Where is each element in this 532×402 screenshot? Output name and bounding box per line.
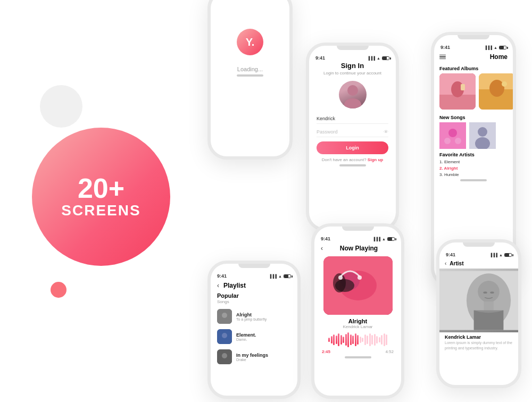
new-song-card-1[interactable] xyxy=(439,122,466,149)
wave-bar-12 xyxy=(357,335,359,345)
svg-point-26 xyxy=(444,138,451,144)
song-info-3: In my feelings Drake xyxy=(236,353,268,362)
album-card-1[interactable] xyxy=(439,73,476,110)
phone-notch-6 xyxy=(463,242,495,247)
favorite-artists-section: Favorite Artists 1. Element 2. Alright 3… xyxy=(434,152,513,177)
svg-point-36 xyxy=(490,291,494,294)
fav-artists-label: Favorite Artists xyxy=(439,152,508,157)
song-title-1: Alright xyxy=(236,312,267,317)
battery-icon xyxy=(382,56,389,60)
wave-bar-19 xyxy=(374,334,376,346)
home-bar xyxy=(237,74,263,77)
status-bar-5: 9:41 ▐▐▐ ▲ xyxy=(434,41,513,51)
song-info-1: Alright To a pimp butterfly xyxy=(236,312,267,321)
svg-point-22 xyxy=(489,80,504,97)
svg-point-3 xyxy=(222,313,227,318)
loading-text: Loading... xyxy=(211,66,289,72)
wave-bar-15 xyxy=(364,334,366,345)
featured-albums-list xyxy=(434,73,513,113)
artist-name: Kendrick Lamar xyxy=(439,332,518,340)
wifi-icon: ▲ xyxy=(377,56,380,60)
phone-notch-3 xyxy=(238,264,270,268)
wave-bar-14 xyxy=(362,338,363,342)
decorative-circle-large xyxy=(40,85,82,128)
song-item-1[interactable]: Alright To a pimp butterfly xyxy=(211,306,297,326)
wave-bar-17 xyxy=(369,333,371,346)
featured-albums-label: Featured Albums xyxy=(434,64,513,73)
thumb-art-1 xyxy=(217,309,232,324)
user-avatar xyxy=(339,81,367,108)
wave-bar-18 xyxy=(371,335,373,345)
artist-page-header: ‹ Artist xyxy=(439,258,518,269)
svg-point-14 xyxy=(358,275,362,280)
wave-bar-20 xyxy=(376,336,378,344)
new-songs-label: New Songs xyxy=(434,113,513,122)
username-field[interactable]: Kendrick xyxy=(317,114,388,124)
song-thumb-3 xyxy=(217,349,232,364)
fav-artist-1: 1. Element xyxy=(439,160,508,164)
signal-icon: ▐▐▐ xyxy=(367,56,375,60)
time-current: 2:45 xyxy=(322,349,330,354)
back-button-playlist[interactable]: ‹ xyxy=(217,282,219,289)
home-bar-5 xyxy=(460,179,487,181)
wave-bar-1 xyxy=(331,336,332,344)
wave-bar-10 xyxy=(352,336,354,344)
promo-number: 20+ xyxy=(78,174,124,202)
svg-point-27 xyxy=(455,138,461,144)
phone-notch-2 xyxy=(337,46,369,50)
menu-icon[interactable] xyxy=(439,55,446,60)
song-title-2: Element. xyxy=(236,332,256,338)
popular-section-title: Popular xyxy=(211,290,297,299)
home-title: Home xyxy=(490,53,508,61)
wave-bar-9 xyxy=(350,334,352,345)
nowplaying-song-artist: Kendrick Lamar xyxy=(314,324,401,329)
home-bar-4 xyxy=(345,356,371,358)
status-icons-5: ▐▐▐ ▲ xyxy=(484,46,506,49)
song-artist-3: Drake xyxy=(236,358,268,362)
album-art-svg xyxy=(323,256,393,315)
nowplaying-header: ‹ Now Playing xyxy=(314,242,401,253)
playlist-header: ‹ Playlist xyxy=(211,280,297,290)
back-button-artist[interactable]: ‹ xyxy=(445,261,446,266)
phone-notch-5 xyxy=(458,35,489,39)
svg-point-34 xyxy=(478,281,500,303)
wave-bar-24 xyxy=(386,334,387,345)
svg-point-13 xyxy=(338,275,343,280)
nowplaying-time: 2:45 4:52 xyxy=(314,349,401,354)
song-item-2[interactable]: Element. Damn. xyxy=(211,326,297,347)
battery-icon-4 xyxy=(387,237,395,241)
login-button[interactable]: Login xyxy=(317,141,388,154)
phone-artist-screen: 9:41 ▐▐▐ ▲ ‹ Artist xyxy=(436,239,521,388)
status-icons-2: ▐▐▐ ▲ xyxy=(367,56,389,60)
phone-loading-screen: Y. Loading... xyxy=(207,0,293,160)
thumb-art-2 xyxy=(217,329,232,344)
album-card-2[interactable] xyxy=(479,73,513,110)
popular-section-sub: Songs xyxy=(211,299,297,306)
password-field[interactable]: Password 👁 xyxy=(317,127,388,137)
phone-signin-screen: 9:41 ▐▐▐ ▲ Sign In Login to continue you… xyxy=(306,43,399,231)
wave-bar-8 xyxy=(347,332,349,347)
new-song-art-2 xyxy=(469,122,496,149)
wave-bar-23 xyxy=(384,333,385,346)
wave-bar-2 xyxy=(333,334,335,345)
svg-point-5 xyxy=(222,333,227,338)
battery-icon-6 xyxy=(504,253,512,257)
wave-bar-5 xyxy=(340,335,342,345)
svg-point-1 xyxy=(344,98,361,108)
song-item-3[interactable]: In my feelings Drake xyxy=(211,347,297,367)
battery-icon-3 xyxy=(284,274,291,278)
phone-nowplaying-screen: 9:41 ▐▐▐ ▲ ‹ Now Playing xyxy=(311,223,404,399)
svg-rect-37 xyxy=(484,302,494,312)
new-song-card-2[interactable] xyxy=(469,122,496,149)
decorative-circle-small xyxy=(51,282,66,298)
song-artist-1: To a pimp butterfly xyxy=(236,317,267,321)
signup-link[interactable]: Sign up xyxy=(368,157,383,162)
wave-bar-13 xyxy=(360,337,361,343)
status-bar-6: 9:41 ▐▐▐ ▲ xyxy=(439,249,518,258)
wave-bar-6 xyxy=(343,337,344,343)
wifi-icon-3: ▲ xyxy=(278,274,282,278)
app-logo: Y. xyxy=(237,29,263,55)
wave-bar-21 xyxy=(379,337,380,342)
song-info-2: Element. Damn. xyxy=(236,332,256,341)
artist-photo-svg xyxy=(439,269,518,332)
